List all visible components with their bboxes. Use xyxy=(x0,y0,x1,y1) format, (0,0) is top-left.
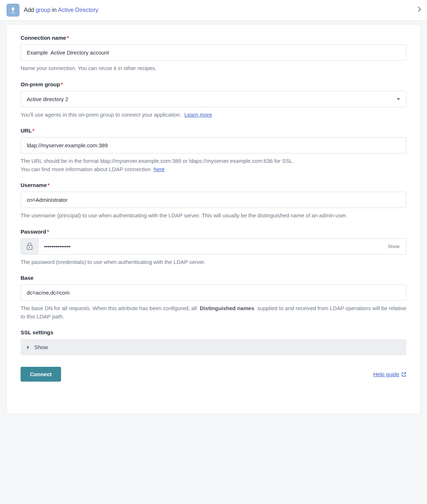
header-title: Add group in Active Directory xyxy=(24,7,98,13)
chevron-right-icon[interactable] xyxy=(418,6,421,14)
password-help: The password (credentials) to use when a… xyxy=(21,258,406,266)
ssl-toggle-label: Show xyxy=(34,344,48,350)
base-input[interactable] xyxy=(21,284,406,301)
form-card: Connection name* Name your connection. Y… xyxy=(7,24,420,414)
connect-button[interactable]: Connect xyxy=(21,367,61,382)
ssl-group: SSL settings Show xyxy=(21,329,406,355)
connection-name-label: Connection name* xyxy=(21,35,406,41)
username-group: Username* The username (principal) to us… xyxy=(21,182,406,220)
onprem-group-select[interactable]: Active directory 2 xyxy=(21,91,406,107)
svg-rect-5 xyxy=(29,247,30,248)
base-label: Base xyxy=(21,275,406,281)
header-service-link[interactable]: Active Directory xyxy=(58,7,98,13)
header-group-link[interactable]: group xyxy=(36,7,51,13)
password-input[interactable] xyxy=(38,239,381,254)
svg-text:LDAP: LDAP xyxy=(12,12,14,13)
svg-point-0 xyxy=(12,7,14,10)
header-prefix: Add xyxy=(24,7,34,13)
username-help: The username (principal) to use when aut… xyxy=(21,212,406,220)
onprem-group-help: You'll use agents in this on-prem group … xyxy=(21,111,406,119)
onprem-group-label: On-prem group* xyxy=(21,81,406,87)
onprem-group-selected: Active directory 2 xyxy=(27,96,68,102)
connection-name-group: Connection name* Name your connection. Y… xyxy=(21,35,406,73)
password-wrap: Show xyxy=(21,238,406,255)
url-here-link[interactable]: here xyxy=(154,166,165,172)
url-help: The URL should be in the format ldap://m… xyxy=(21,157,406,173)
password-group: Password* Show The password (credentials… xyxy=(21,229,406,266)
ssl-toggle[interactable]: Show xyxy=(21,339,406,355)
learn-more-link[interactable]: Learn more xyxy=(184,112,212,118)
triangle-right-icon xyxy=(27,346,29,349)
header-in: in xyxy=(52,7,56,13)
onprem-group-group: On-prem group* Active directory 2 You'll… xyxy=(21,81,406,119)
ssl-label: SSL settings xyxy=(21,329,406,335)
url-label: URL* xyxy=(21,127,406,134)
help-guide-link[interactable]: Help guide xyxy=(373,371,406,377)
connection-name-input[interactable] xyxy=(21,44,406,61)
external-link-icon xyxy=(401,372,406,377)
base-group: Base The base DN for all requests. When … xyxy=(21,275,406,321)
caret-down-icon xyxy=(397,98,400,100)
base-help: The base DN for all requests. When this … xyxy=(21,304,406,321)
page-header: LDAP Add group in Active Directory xyxy=(0,0,427,21)
username-input[interactable] xyxy=(21,192,406,208)
password-label: Password* xyxy=(21,229,406,235)
url-group: URL* The URL should be in the format lda… xyxy=(21,127,406,173)
username-label: Username* xyxy=(21,182,406,188)
password-show-button[interactable]: Show xyxy=(381,239,406,254)
ldap-icon: LDAP xyxy=(7,4,20,17)
url-input[interactable] xyxy=(21,137,406,153)
lock-icon xyxy=(21,239,38,254)
connection-name-help: Name your connection. You can reuse it i… xyxy=(21,64,406,73)
footer-row: Connect Help guide xyxy=(21,367,406,382)
